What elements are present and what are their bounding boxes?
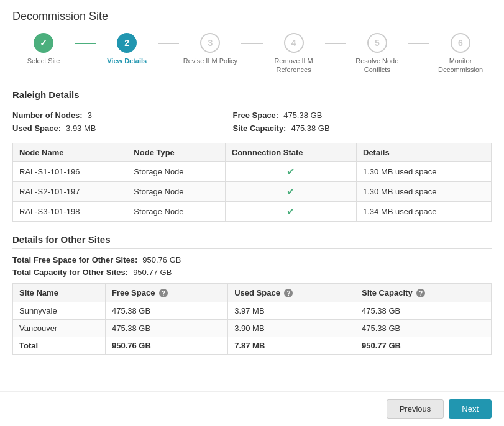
node-type: Storage Node <box>127 161 225 181</box>
node-type: Storage Node <box>127 181 225 201</box>
node-connection: ✔ <box>225 161 356 181</box>
step-6: 6 Monitor Decommission <box>429 33 492 75</box>
node-row: RAL-S1-101-196 Storage Node ✔ 1.30 MB us… <box>13 161 492 181</box>
node-type: Storage Node <box>127 201 225 221</box>
site-capacity-label: Site Capacity: <box>232 124 286 133</box>
col-node-name: Node Name <box>13 143 127 161</box>
site-name: Sunnyvale <box>13 302 106 320</box>
site-info-grid: Number of Nodes: 3 Used Space: 3.93 MB F… <box>12 111 492 133</box>
free-space-help-icon[interactable]: ? <box>159 289 168 297</box>
step-label-3: Revise ILM Policy <box>183 57 237 65</box>
total-capacity: 950.77 GB <box>355 337 492 355</box>
node-name: RAL-S3-101-198 <box>13 201 127 221</box>
node-connection: ✔ <box>225 181 356 201</box>
step-3: 3 Revise ILM Policy <box>179 33 241 65</box>
other-sites-title: Details for Other Sites <box>12 234 492 249</box>
col-details: Details <box>357 143 492 161</box>
connector-5-6 <box>408 43 429 44</box>
page-title: Decommission Site <box>12 10 492 23</box>
site-free-space: 475.38 GB <box>105 302 227 320</box>
site-details-section: Raleigh Details Number of Nodes: 3 Used … <box>12 89 492 133</box>
free-space-value: 475.38 GB <box>283 111 322 120</box>
node-details: 1.30 MB used space <box>357 181 492 201</box>
check-icon: ✔ <box>232 186 350 197</box>
total-free-space-value: 950.76 GB <box>142 255 181 265</box>
node-name: RAL-S1-101-196 <box>13 161 127 181</box>
node-connection: ✔ <box>225 201 356 221</box>
nodes-count-row: Number of Nodes: 3 <box>12 111 96 120</box>
sites-total-row: Total 950.76 GB 7.87 MB 950.77 GB <box>13 337 492 355</box>
site-details-title: Raleigh Details <box>12 89 492 104</box>
col-node-type: Node Type <box>127 143 225 161</box>
site-capacity-help-icon[interactable]: ? <box>416 289 425 297</box>
site-used-space: 3.90 MB <box>228 320 355 337</box>
step-label-4: Remove ILM References <box>266 57 322 75</box>
site-name: Vancouver <box>13 320 106 337</box>
step-1: ✓ Select Site <box>12 33 75 65</box>
node-details: 1.30 MB used space <box>357 161 492 181</box>
total-capacity-row: Total Capacity for Other Sites: 950.77 G… <box>12 268 492 277</box>
total-capacity-label: Total Capacity for Other Sites: <box>12 268 128 277</box>
step-circle-4: 4 <box>284 33 304 53</box>
node-row: RAL-S3-101-198 Storage Node ✔ 1.34 MB us… <box>13 201 492 221</box>
node-name: RAL-S2-101-197 <box>13 181 127 201</box>
site-free-space: 475.38 GB <box>105 320 227 337</box>
next-button[interactable]: Next <box>449 399 492 419</box>
stepper: ✓ Select Site 2 View Details 3 Revise IL… <box>12 33 492 75</box>
connector-3-4 <box>241 43 262 44</box>
nodes-count-value: 3 <box>88 111 92 120</box>
step-circle-5: 5 <box>367 33 387 53</box>
previous-button[interactable]: Previous <box>387 399 444 419</box>
check-icon: ✔ <box>232 206 350 217</box>
col-connection-state: Connnection State <box>225 143 356 161</box>
total-capacity-value: 950.77 GB <box>133 268 172 277</box>
other-sites-table: Site Name Free Space ? Used Space ? Site… <box>12 283 492 355</box>
nodes-count-label: Number of Nodes: <box>12 111 83 120</box>
step-5: 5 Resolve Node Conflicts <box>346 33 408 75</box>
site-row: Vancouver 475.38 GB 3.90 MB 475.38 GB <box>13 320 492 337</box>
site-capacity: 475.38 GB <box>355 320 492 337</box>
free-space-label: Free Space: <box>232 111 278 120</box>
site-row: Sunnyvale 475.38 GB 3.97 MB 475.38 GB <box>13 302 492 320</box>
node-details: 1.34 MB used space <box>357 201 492 221</box>
step-circle-1: ✓ <box>34 33 53 53</box>
node-row: RAL-S2-101-197 Storage Node ✔ 1.30 MB us… <box>13 181 492 201</box>
step-label-6: Monitor Decommission <box>433 57 488 75</box>
step-circle-2: 2 <box>117 33 137 53</box>
step-circle-3: 3 <box>200 33 220 53</box>
col-used-space: Used Space ? <box>228 283 355 302</box>
col-site-capacity: Site Capacity ? <box>355 283 492 302</box>
used-space-row: Used Space: 3.93 MB <box>12 124 96 133</box>
used-space-label: Used Space: <box>12 124 61 133</box>
footer: Previous Next <box>0 391 504 426</box>
step-circle-6: 6 <box>451 33 470 53</box>
step-label-2: View Details <box>107 57 147 65</box>
total-free-space-row: Total Free Space for Other Sites: 950.76… <box>12 255 492 265</box>
free-space-row: Free Space: 475.38 GB <box>232 111 329 120</box>
site-capacity-value: 475.38 GB <box>291 124 329 133</box>
total-label: Total <box>13 337 106 355</box>
connector-2-3 <box>158 43 179 44</box>
used-space-value: 3.93 MB <box>66 124 96 133</box>
site-used-space: 3.97 MB <box>228 302 355 320</box>
total-free-space: 950.76 GB <box>105 337 227 355</box>
total-free-space-label: Total Free Space for Other Sites: <box>12 255 137 265</box>
step-label-1: Select Site <box>27 57 60 65</box>
step-4: 4 Remove ILM References <box>263 33 325 75</box>
total-used-space: 7.87 MB <box>228 337 355 355</box>
site-capacity-row: Site Capacity: 475.38 GB <box>232 124 329 133</box>
used-space-help-icon[interactable]: ? <box>284 289 293 297</box>
col-free-space: Free Space ? <box>105 283 227 302</box>
nodes-table: Node Name Node Type Connnection State De… <box>12 143 492 222</box>
site-capacity: 475.38 GB <box>355 302 492 320</box>
connector-1-2 <box>75 43 96 44</box>
connector-4-5 <box>325 43 346 44</box>
step-2: 2 View Details <box>96 33 158 65</box>
check-icon: ✔ <box>232 166 350 178</box>
other-sites-section: Details for Other Sites Total Free Space… <box>12 234 492 277</box>
col-site-name: Site Name <box>13 283 106 302</box>
info-col-right: Free Space: 475.38 GB Site Capacity: 475… <box>232 111 329 133</box>
info-col-left: Number of Nodes: 3 Used Space: 3.93 MB <box>12 111 96 133</box>
step-label-5: Resolve Node Conflicts <box>349 57 405 75</box>
